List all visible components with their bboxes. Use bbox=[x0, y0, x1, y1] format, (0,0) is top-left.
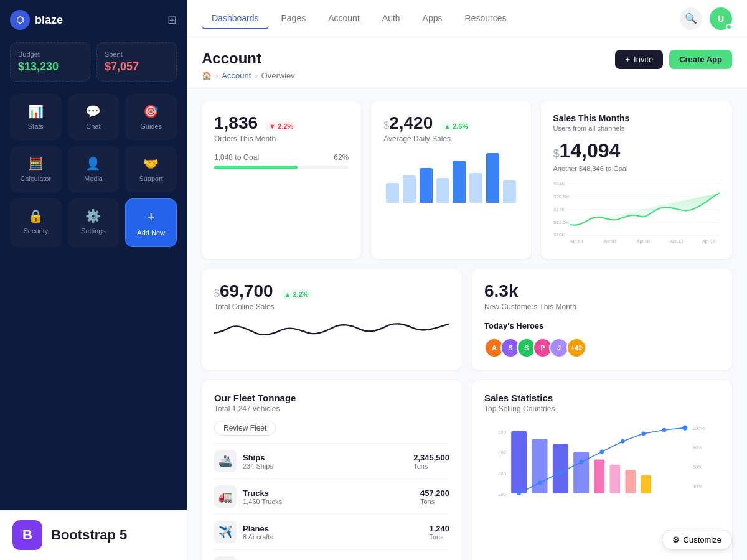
trucks-name: Trucks bbox=[243, 488, 282, 498]
sidebar-item-add-new[interactable]: + Add New bbox=[125, 198, 177, 247]
svg-text:Apr 13: Apr 13 bbox=[670, 239, 683, 244]
svg-rect-22 bbox=[573, 452, 589, 493]
create-app-button[interactable]: Create App bbox=[669, 50, 732, 69]
orders-value: 1,836 bbox=[214, 113, 258, 133]
svg-point-31 bbox=[600, 450, 604, 454]
svg-text:200: 200 bbox=[498, 492, 506, 497]
tab-apps[interactable]: Apps bbox=[413, 8, 453, 29]
orders-label: Orders This Month bbox=[214, 134, 349, 143]
menu-icon[interactable]: ⊞ bbox=[167, 13, 177, 27]
tab-resources[interactable]: Resources bbox=[455, 8, 517, 29]
sales-stats-chart: 800 600 400 200 bbox=[484, 421, 720, 514]
bootstrap-icon: B bbox=[12, 520, 42, 550]
tab-account[interactable]: Account bbox=[318, 8, 370, 29]
svg-point-32 bbox=[621, 439, 625, 444]
support-icon: 🤝 bbox=[143, 156, 159, 171]
planes-count: 8 Aircrafts bbox=[243, 533, 273, 541]
svg-text:$10K: $10K bbox=[553, 232, 565, 238]
planes-value: 1,240 bbox=[429, 524, 449, 533]
customize-label: Customize bbox=[684, 535, 721, 544]
svg-point-34 bbox=[662, 428, 667, 432]
customize-icon: ⚙ bbox=[672, 535, 680, 544]
tab-pages[interactable]: Pages bbox=[271, 8, 316, 29]
settings-icon: ⚙️ bbox=[85, 208, 101, 223]
page-header: Account 🏠 › Account › Overwiev + Invite … bbox=[187, 37, 747, 88]
new-customers-card: 6.3k New Customers This Month Today's He… bbox=[472, 269, 732, 370]
sidebar-item-guides[interactable]: 🎯 Guides bbox=[125, 94, 177, 140]
sidebar-item-calculator[interactable]: 🧮 Calculator bbox=[10, 146, 62, 192]
sidebar-item-stats[interactable]: 📊 Stats bbox=[10, 94, 62, 140]
tab-dashboards[interactable]: Dashboards bbox=[202, 8, 269, 29]
svg-rect-19 bbox=[511, 431, 527, 493]
svg-text:60%: 60% bbox=[693, 464, 702, 470]
svg-point-30 bbox=[579, 460, 583, 464]
svg-point-35 bbox=[682, 426, 687, 431]
ships-name: Ships bbox=[243, 453, 273, 462]
spent-value: $7,057 bbox=[105, 60, 169, 73]
bootstrap-name: Bootstrap 5 bbox=[51, 527, 127, 543]
svg-point-29 bbox=[558, 470, 563, 475]
svg-rect-21 bbox=[553, 444, 568, 493]
bar-5 bbox=[453, 161, 466, 203]
svg-text:Apr 04: Apr 04 bbox=[570, 239, 583, 244]
bar-8 bbox=[503, 180, 516, 203]
new-customers-value: 6.3k bbox=[484, 281, 519, 301]
svg-point-33 bbox=[641, 432, 646, 436]
svg-text:$24K: $24K bbox=[553, 181, 565, 187]
sidebar: ⬡ blaze ⊞ Budget $13,230 Spent $7,057 📊 … bbox=[0, 0, 187, 560]
ships-count: 234 Ships bbox=[243, 462, 273, 470]
orders-progress: 1,048 to Goal 62% bbox=[214, 153, 349, 169]
search-button[interactable]: 🔍 bbox=[680, 7, 702, 30]
svg-rect-26 bbox=[641, 475, 652, 493]
customize-button[interactable]: ⚙ Customize bbox=[662, 530, 732, 550]
sales-goal-text: Another $48,346 to Goal bbox=[553, 165, 720, 172]
invite-button[interactable]: + Invite bbox=[615, 50, 663, 69]
status-dot bbox=[726, 24, 732, 30]
trains-icon: 🚂 bbox=[214, 556, 237, 560]
orders-card: 1,836 ▼ 2.2% Orders This Month 1,048 to … bbox=[202, 101, 361, 259]
bar-1 bbox=[386, 183, 399, 203]
budget-row: Budget $13,230 Spent $7,057 bbox=[10, 42, 177, 82]
fleet-title: Our Fleet Tonnage bbox=[214, 393, 449, 403]
svg-text:100%: 100% bbox=[693, 426, 705, 431]
svg-point-27 bbox=[517, 491, 521, 495]
online-sales-card: $69,700 ▲ 2.2% Total Online Sales bbox=[202, 269, 462, 370]
budget-value: $13,230 bbox=[18, 60, 82, 73]
sidebar-item-security[interactable]: 🔒 Security bbox=[10, 198, 62, 247]
svg-text:600: 600 bbox=[498, 450, 506, 455]
breadcrumb-account[interactable]: Account bbox=[222, 71, 251, 80]
invite-label: Invite bbox=[634, 55, 653, 64]
bar-4 bbox=[436, 178, 449, 203]
svg-text:$13.5K: $13.5K bbox=[553, 220, 570, 225]
progress-bar-fill bbox=[214, 166, 298, 169]
stats-icon: 📊 bbox=[28, 104, 44, 119]
user-avatar[interactable]: U bbox=[710, 7, 732, 30]
sidebar-item-support[interactable]: 🤝 Support bbox=[125, 146, 177, 192]
stats-subtitle: Top Selling Countries bbox=[484, 404, 720, 413]
guides-icon: 🎯 bbox=[143, 104, 159, 119]
breadcrumb-home[interactable]: 🏠 bbox=[202, 71, 212, 80]
sidebar-item-chat[interactable]: 💬 Chat bbox=[68, 94, 120, 140]
bar-2 bbox=[403, 175, 416, 203]
progress-text: 1,048 to Goal bbox=[214, 153, 259, 162]
chat-label: Chat bbox=[86, 123, 100, 130]
trucks-icon: 🚛 bbox=[214, 485, 237, 508]
planes-icon: ✈️ bbox=[214, 521, 237, 543]
review-fleet-button[interactable]: Review Fleet bbox=[214, 421, 276, 436]
sidebar-item-media[interactable]: 👤 Media bbox=[68, 146, 120, 192]
sales-month-subtitle: Users from all channels bbox=[553, 124, 720, 132]
add-new-icon: + bbox=[147, 209, 155, 225]
add-new-label: Add New bbox=[137, 229, 165, 236]
planes-unit: Tons bbox=[429, 533, 449, 541]
sales-month-value: $14,094 bbox=[553, 139, 720, 162]
online-sales-chart bbox=[214, 311, 449, 348]
tab-auth[interactable]: Auth bbox=[372, 8, 410, 29]
budget-card: Budget $13,230 bbox=[10, 42, 90, 82]
main-wrapper: Dashboards Pages Account Auth Apps Resou… bbox=[187, 0, 747, 560]
sidebar-item-settings[interactable]: ⚙️ Settings bbox=[68, 198, 120, 247]
stats-title: Sales Statistics bbox=[484, 393, 720, 403]
planes-name: Planes bbox=[243, 524, 273, 533]
heroes-title: Today's Heroes bbox=[484, 321, 720, 330]
page-title: Account bbox=[202, 50, 295, 67]
second-row: $69,700 ▲ 2.2% Total Online Sales 6.3k N… bbox=[202, 269, 732, 370]
